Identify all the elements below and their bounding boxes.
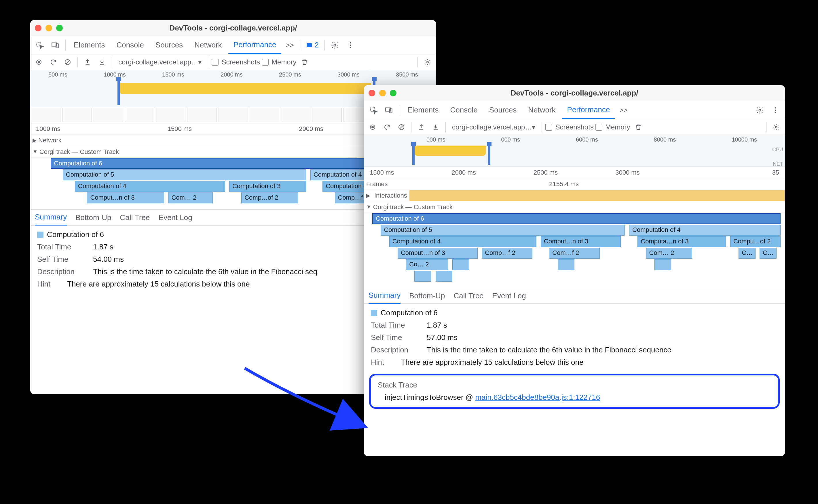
chevrons-icon[interactable]: >>	[616, 104, 631, 117]
summary-subtabs: Summary Bottom-Up Call Tree Event Log	[364, 288, 785, 304]
summary-title: Computation of 6	[371, 308, 778, 317]
memory-toggle[interactable]: Memory	[262, 58, 297, 66]
subtab-eventlog[interactable]: Event Log	[492, 288, 526, 304]
swatch-icon	[37, 232, 43, 238]
reload-icon[interactable]	[47, 56, 60, 68]
minimize-icon[interactable]	[45, 25, 52, 31]
titlebar: DevTools - corgi-collage.vercel.app/	[364, 85, 785, 101]
gear-icon[interactable]	[770, 121, 783, 133]
svg-point-5	[350, 42, 351, 43]
flame-chart[interactable]: Computation of 6 Computation of 5 Comput…	[364, 213, 785, 288]
download-icon[interactable]	[429, 121, 442, 133]
svg-point-12	[427, 61, 428, 63]
subtab-summary[interactable]: Summary	[35, 209, 67, 226]
upload-icon[interactable]	[415, 121, 428, 133]
reload-icon[interactable]	[381, 121, 393, 133]
custom-track-header[interactable]: ▼Corgi track — Custom Track	[364, 201, 785, 213]
flame-item[interactable]: Com…f 2	[549, 248, 599, 259]
overview-timeline[interactable]: 000 ms 000 ms 6000 ms 8000 ms 10000 ms C…	[364, 135, 785, 167]
svg-line-11	[66, 60, 69, 64]
chevrons-icon[interactable]: >>	[283, 39, 297, 51]
flame-item[interactable]: C…	[760, 248, 776, 259]
tab-console[interactable]: Console	[445, 101, 483, 119]
svg-point-9	[38, 61, 40, 63]
flame-item[interactable]: Computation of 4	[389, 236, 537, 247]
tab-elements[interactable]: Elements	[402, 101, 444, 119]
download-icon[interactable]	[96, 56, 108, 68]
flame-item[interactable]: Co… 2	[406, 259, 448, 270]
issues-badge[interactable]: 2	[303, 41, 321, 49]
stacktrace-box: Stack Trace injectTimingsToBrowser @ mai…	[369, 374, 780, 409]
gear-icon[interactable]	[421, 56, 434, 68]
flame-item[interactable]: Comput…n of 3	[398, 248, 478, 259]
stacktrace-heading: Stack Trace	[378, 381, 771, 390]
subtab-calltree[interactable]: Call Tree	[454, 288, 484, 304]
subtab-calltree[interactable]: Call Tree	[120, 209, 150, 226]
tab-network[interactable]: Network	[523, 101, 560, 119]
flame-item[interactable]: Computa…n of 3	[638, 236, 726, 247]
tab-performance[interactable]: Performance	[562, 101, 615, 119]
titlebar: DevTools - corgi-collage.vercel.app/	[30, 20, 436, 36]
main-tabrow: Elements Console Sources Network Perform…	[30, 36, 436, 54]
flame-item[interactable]	[655, 259, 671, 270]
flame-item[interactable]	[414, 271, 431, 282]
record-icon[interactable]	[366, 121, 379, 133]
url-dropdown[interactable]: corgi-collage.vercel.app…▾	[449, 123, 538, 131]
tab-network[interactable]: Network	[189, 36, 227, 54]
screenshots-toggle[interactable]: Screenshots	[545, 123, 593, 131]
close-icon[interactable]	[35, 25, 41, 31]
devices-icon[interactable]	[48, 39, 62, 51]
flame-item[interactable]: Comput…n of 3	[87, 192, 164, 203]
flame-item[interactable]: Compu…of 2	[730, 236, 781, 247]
zoom-icon[interactable]	[390, 90, 396, 96]
devices-icon[interactable]	[382, 104, 396, 117]
inspect-icon[interactable]	[366, 104, 381, 117]
flame-item[interactable]	[436, 271, 452, 282]
stop-icon[interactable]	[395, 121, 408, 133]
trash-icon[interactable]	[632, 121, 645, 133]
flame-item[interactable]: Computation of 5	[381, 225, 625, 236]
thumb[interactable]	[31, 108, 60, 122]
flame-item[interactable]: C…	[739, 248, 755, 259]
flame-item[interactable]: Computation of 4	[75, 181, 225, 192]
flame-item[interactable]: Com… 2	[646, 248, 693, 259]
tab-performance[interactable]: Performance	[228, 36, 282, 54]
inspect-icon[interactable]	[33, 39, 47, 51]
flame-item[interactable]: Computation of 5	[63, 169, 306, 180]
subtab-summary[interactable]: Summary	[369, 288, 401, 304]
tab-sources[interactable]: Sources	[150, 36, 188, 54]
tab-sources[interactable]: Sources	[484, 101, 522, 119]
kebab-icon[interactable]	[768, 104, 783, 117]
record-icon[interactable]	[33, 56, 45, 68]
url-dropdown[interactable]: corgi-collage.vercel.app…▾	[115, 58, 204, 66]
stacktrace-link[interactable]: main.63cb5c4bde8be90a.js:1:122716	[475, 393, 600, 402]
minimize-icon[interactable]	[379, 90, 386, 96]
trash-icon[interactable]	[298, 56, 311, 68]
close-icon[interactable]	[369, 90, 375, 96]
kebab-icon[interactable]	[343, 39, 358, 51]
flame-item[interactable]: Computation of 4	[629, 225, 781, 236]
subtab-eventlog[interactable]: Event Log	[159, 209, 192, 226]
zoom-icon[interactable]	[56, 25, 63, 31]
gear-icon[interactable]	[328, 39, 342, 51]
flame-item[interactable]	[558, 259, 574, 270]
tab-console[interactable]: Console	[111, 36, 149, 54]
stop-icon[interactable]	[61, 56, 74, 68]
flame-item[interactable]: Computation of 6	[372, 213, 781, 224]
tab-elements[interactable]: Elements	[68, 36, 110, 54]
flame-item[interactable]: Comput…n of 3	[541, 236, 621, 247]
subtab-bottomup[interactable]: Bottom-Up	[409, 288, 445, 304]
frames-track-header[interactable]: Frames 2155.4 ms	[364, 178, 785, 190]
svg-point-7	[350, 47, 351, 48]
interactions-track-header[interactable]: ▶Interactions	[364, 190, 785, 201]
flame-item[interactable]: Com… 2	[168, 192, 213, 203]
upload-icon[interactable]	[81, 56, 94, 68]
flame-item[interactable]: Computation of 3	[229, 181, 306, 192]
gear-icon[interactable]	[753, 104, 767, 117]
memory-toggle[interactable]: Memory	[595, 123, 630, 131]
subtab-bottomup[interactable]: Bottom-Up	[75, 209, 111, 226]
flame-item[interactable]	[452, 259, 469, 270]
flame-item[interactable]: Comp…f 2	[482, 248, 532, 259]
flame-item[interactable]: Comp…of 2	[241, 192, 298, 203]
screenshots-toggle[interactable]: Screenshots	[212, 58, 260, 66]
